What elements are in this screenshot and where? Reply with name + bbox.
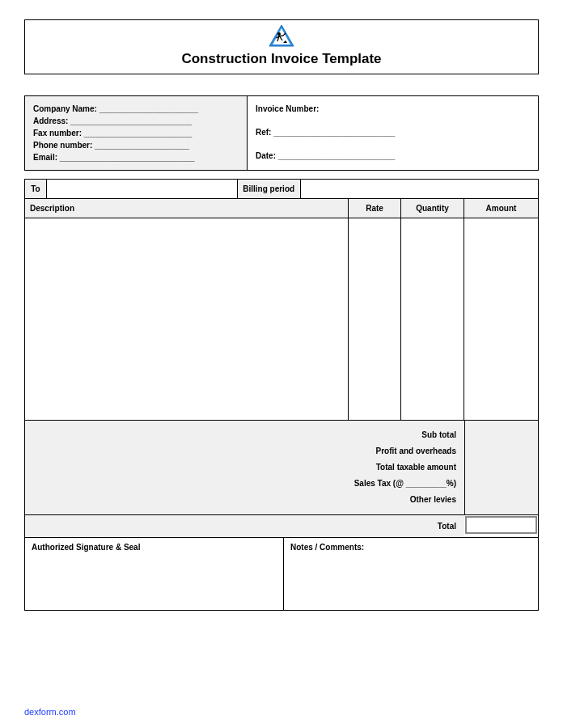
address-label: Address: ___________________________ [33,115,239,127]
summary-section: Sub total Profit and overheads Total tax… [24,421,539,515]
summary-values[interactable] [464,421,538,514]
ref-label: Ref: ___________________________ [256,126,530,138]
billing-period-value[interactable] [301,179,539,199]
company-name-label: Company Name: ______________________ [33,103,239,115]
svg-point-2 [277,32,281,36]
subtotal-label: Sub total [33,427,456,443]
billing-period-label: Billing period [238,179,301,199]
to-value[interactable] [47,179,238,199]
column-quantity: Quantity [401,199,464,218]
invoice-info-box: Invoice Number: Ref: ___________________… [248,95,539,171]
to-label: To [24,179,47,199]
notes-label: Notes / Comments: [290,543,364,552]
notes-box: Notes / Comments: [284,538,538,610]
summary-labels: Sub total Profit and overheads Total tax… [25,421,464,514]
info-section: Company Name: ______________________ Add… [24,95,539,171]
rate-cell[interactable] [349,218,401,420]
invoice-number-label: Invoice Number: [256,103,530,115]
total-row: Total [24,515,539,538]
quantity-cell[interactable] [401,218,464,420]
total-label: Total [25,515,464,537]
items-header-row: Description Rate Quantity Amount [24,199,539,218]
sales-tax-label: Sales Tax (@ _________%) [33,476,456,492]
other-levies-label: Other levies [33,492,456,508]
phone-label: Phone number: _____________________ [33,139,239,151]
column-rate: Rate [349,199,401,218]
title-box: Construction Invoice Template [24,19,539,74]
items-body [24,218,539,421]
source-link[interactable]: dexform.com [24,707,76,717]
fax-label: Fax number: ________________________ [33,127,239,139]
signature-box: Authorized Signature & Seal [25,538,284,610]
signature-label: Authorized Signature & Seal [32,543,140,552]
email-label: Email: ______________________________ [33,151,239,163]
total-taxable-label: Total taxable amount [33,459,456,476]
profit-overheads-label: Profit and overheads [33,443,456,459]
construction-icon [268,40,295,49]
amount-cell[interactable] [464,218,538,420]
document-title: Construction Invoice Template [25,51,538,67]
company-info-box: Company Name: ______________________ Add… [24,95,248,171]
date-label: Date: __________________________ [256,150,530,162]
bottom-section: Authorized Signature & Seal Notes / Comm… [24,538,539,611]
total-value[interactable] [465,516,537,534]
column-description: Description [25,199,349,218]
to-billing-row: To Billing period [24,179,539,199]
column-amount: Amount [464,199,538,218]
description-cell[interactable] [25,218,349,420]
